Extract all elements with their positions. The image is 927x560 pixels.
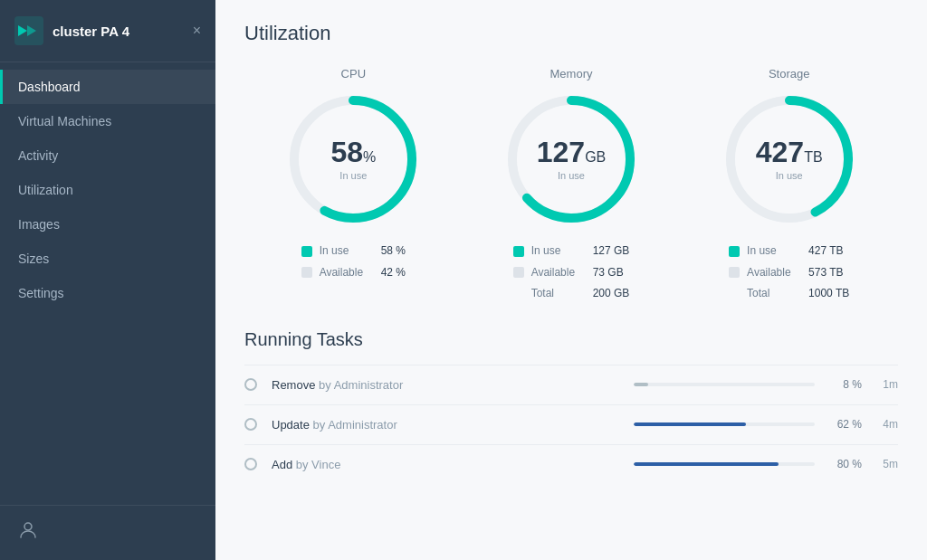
gauge-legend: In use 127 GB Available 73 GB Total 200 … <box>513 242 630 304</box>
legend-value: 58 % <box>381 242 406 261</box>
task-by: by Administrator <box>313 418 397 432</box>
gauge-storage: Storage 427TB In use In use 427 TB Avail… <box>680 67 898 304</box>
task-time: 4m <box>876 418 898 431</box>
sidebar-item-sizes[interactable]: Sizes <box>0 242 215 276</box>
legend-row: Available 573 TB <box>729 263 849 283</box>
task-radio[interactable] <box>244 458 257 470</box>
gauge-unit: TB <box>804 149 822 165</box>
task-progress-bar <box>634 383 815 386</box>
sidebar-footer <box>0 505 215 560</box>
legend-name: Available <box>747 263 801 283</box>
legend-name: Available <box>531 263 586 283</box>
legend-dot <box>301 246 312 257</box>
task-item: Remove by Administrator 8 % 1m <box>244 365 898 404</box>
svg-point-3 <box>24 523 32 530</box>
legend-total-row: Total 1000 TB <box>729 284 849 304</box>
legend-value: 42 % <box>381 263 406 283</box>
gauge-value: 427TB <box>756 138 823 166</box>
main-content: Utilization CPU 58% In use In use 58 % <box>215 0 927 560</box>
legend-dot <box>729 246 740 257</box>
gauge-label: Memory <box>550 67 593 81</box>
gauges-row: CPU 58% In use In use 58 % Available <box>244 67 898 304</box>
task-time: 1m <box>876 378 898 391</box>
task-progress-bar <box>634 462 815 466</box>
task-progress-fill <box>634 462 779 466</box>
legend-value: 73 GB <box>593 263 624 283</box>
sidebar-item-utilization[interactable]: Utilization <box>0 173 215 207</box>
legend-dot <box>513 246 524 257</box>
sidebar-header: cluster PA 4 × <box>0 0 215 62</box>
gauge-legend: In use 427 TB Available 573 TB Total 100… <box>729 242 849 304</box>
legend-dot <box>513 267 524 278</box>
task-percent: 8 % <box>829 378 862 391</box>
user-icon[interactable] <box>18 522 38 545</box>
close-button[interactable]: × <box>193 23 201 39</box>
legend-value: 127 GB <box>593 242 630 261</box>
utilization-title: Utilization <box>244 22 898 45</box>
sidebar-item-activity[interactable]: Activity <box>0 138 215 173</box>
legend-row: In use 127 GB <box>513 242 630 261</box>
gauge-center: 127GB In use <box>537 138 607 181</box>
legend-dot <box>729 267 740 278</box>
legend-row: Available 42 % <box>301 263 406 283</box>
legend-total-label: Total <box>747 284 801 304</box>
task-by: by Vince <box>296 458 341 471</box>
legend-total-row: Total 200 GB <box>513 284 630 304</box>
svg-point-9 <box>626 155 635 164</box>
gauge-unit: % <box>363 149 376 165</box>
sidebar-item-settings[interactable]: Settings <box>0 276 215 310</box>
task-progress-bar <box>634 422 815 426</box>
gauge-legend: In use 58 % Available 42 % <box>301 242 406 284</box>
task-radio[interactable] <box>244 378 257 391</box>
gauge-cpu: CPU 58% In use In use 58 % Available <box>244 67 463 304</box>
legend-name: Available <box>320 263 374 283</box>
gauge-sublabel: In use <box>330 170 376 181</box>
gauge-center: 427TB In use <box>756 138 823 181</box>
task-text: Add by Vince <box>272 458 619 471</box>
gauge-value: 127GB <box>537 138 607 166</box>
legend-total-value: 1000 TB <box>808 284 849 304</box>
task-item: Update by Administrator 62 % 4m <box>244 404 898 444</box>
legend-total-label: Total <box>531 284 586 304</box>
sidebar-nav: DashboardVirtual MachinesActivityUtiliza… <box>0 62 215 505</box>
legend-name: In use <box>747 242 801 261</box>
gauge-center: 58% In use <box>330 138 376 181</box>
task-item: Add by Vince 80 % 5m <box>244 444 898 484</box>
legend-name: In use <box>320 242 374 261</box>
task-percent: 80 % <box>829 458 862 470</box>
task-action: Remove <box>272 378 315 392</box>
gauge-memory: Memory 127GB In use In use 127 GB Availa… <box>463 67 681 304</box>
task-by: by Administrator <box>319 378 403 392</box>
task-action: Add <box>272 458 292 471</box>
task-time: 5m <box>876 458 898 470</box>
legend-total-value: 200 GB <box>593 284 630 304</box>
task-text: Remove by Administrator <box>272 378 619 392</box>
sidebar: cluster PA 4 × DashboardVirtual Machines… <box>0 0 215 560</box>
legend-row: In use 58 % <box>301 242 406 261</box>
legend-value: 427 TB <box>808 242 843 261</box>
gauge-label: CPU <box>341 67 366 81</box>
task-percent: 62 % <box>829 418 862 431</box>
tasks-container: Remove by Administrator 8 % 1m Update by… <box>244 365 898 484</box>
legend-dot <box>301 267 312 278</box>
gauge-value: 58% <box>330 138 376 166</box>
legend-value: 573 TB <box>808 263 843 283</box>
sidebar-item-dashboard[interactable]: Dashboard <box>0 70 215 104</box>
sidebar-item-virtual-machines[interactable]: Virtual Machines <box>0 104 215 138</box>
tasks-section: Running Tasks Remove by Administrator 8 … <box>244 329 898 484</box>
task-action: Update <box>272 418 310 432</box>
legend-name: In use <box>531 242 586 261</box>
cluster-name: cluster PA 4 <box>53 24 129 39</box>
task-radio[interactable] <box>244 418 257 431</box>
gauge-label: Storage <box>769 67 810 81</box>
sidebar-logo: cluster PA 4 <box>14 16 129 45</box>
gauge-chart: 127GB In use <box>503 91 639 227</box>
running-tasks-title: Running Tasks <box>244 329 898 350</box>
logo-icon <box>14 16 43 45</box>
gauge-chart: 427TB In use <box>722 91 857 227</box>
task-text: Update by Administrator <box>272 418 619 432</box>
task-progress-fill <box>634 422 746 426</box>
legend-row: In use 427 TB <box>729 242 849 261</box>
sidebar-item-images[interactable]: Images <box>0 207 215 242</box>
task-progress-fill <box>634 383 648 386</box>
